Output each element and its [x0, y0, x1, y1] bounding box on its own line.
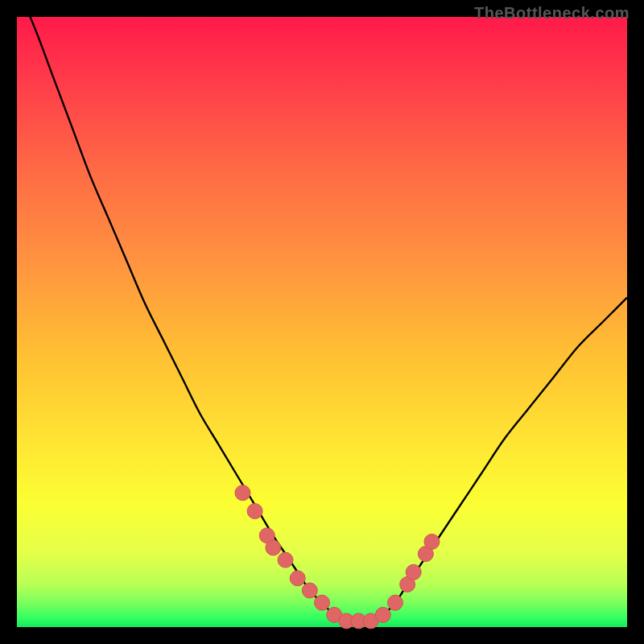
gradient-background — [17, 17, 627, 627]
highlight-dot — [290, 571, 305, 586]
highlight-dot — [387, 595, 402, 610]
highlight-dot — [266, 540, 281, 555]
highlight-dot — [375, 607, 390, 622]
watermark-label: TheBottleneck.com — [474, 4, 630, 23]
highlight-dot — [315, 595, 330, 610]
highlight-dot — [278, 552, 293, 568]
chart-container: TheBottleneck.com — [0, 0, 644, 644]
highlight-dot — [302, 583, 317, 598]
highlight-dot — [235, 485, 250, 501]
highlight-dot — [406, 564, 421, 580]
highlight-dot — [424, 534, 440, 549]
bottleneck-chart — [0, 0, 644, 644]
highlight-dot — [247, 503, 262, 518]
